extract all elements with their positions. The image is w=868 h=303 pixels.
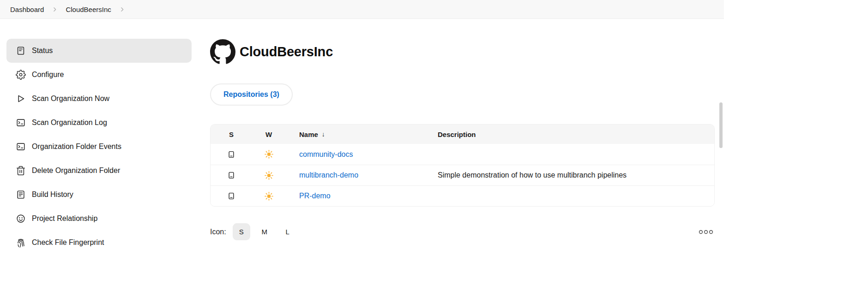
sidebar-item-scan-organization-now[interactable]: Scan Organization Now xyxy=(6,87,192,111)
page-layout: Status Configure Scan Organization xyxy=(0,19,724,255)
sidebar-item-delete-organization-folder[interactable]: Delete Organization Folder xyxy=(6,159,192,183)
fingerprint-icon xyxy=(16,238,26,248)
repository-link[interactable]: PR-demo xyxy=(299,192,331,200)
column-header-status[interactable]: S xyxy=(211,131,252,138)
main-content: CloudBeersInc Repositories (3) S W Name … xyxy=(210,39,715,240)
repository-link[interactable]: multibranch-demo xyxy=(299,171,358,179)
sort-descending-icon: ↓ xyxy=(322,131,325,138)
weather-sunny-icon xyxy=(252,149,285,159)
table-header: S W Name ↓ Description xyxy=(211,125,714,144)
sidebar-item-label: Check File Fingerprint xyxy=(32,238,104,247)
repository-link[interactable]: community-docs xyxy=(299,150,353,158)
repository-description: Simple demonstration of how to use multi… xyxy=(438,171,714,179)
terminal-icon xyxy=(16,118,26,128)
sidebar: Status Configure Scan Organization xyxy=(6,39,192,255)
breadcrumb-dashboard[interactable]: Dashboard xyxy=(10,6,44,13)
sidebar-item-label: Project Relationship xyxy=(32,214,97,223)
book-icon xyxy=(16,190,26,200)
chevron-right-icon[interactable] xyxy=(119,6,125,12)
sidebar-item-build-history[interactable]: Build History xyxy=(6,183,192,207)
gear-icon xyxy=(16,70,26,80)
sidebar-item-label: Delete Organization Folder xyxy=(32,166,120,175)
sidebar-item-label: Build History xyxy=(32,190,73,199)
sidebar-item-check-file-fingerprint[interactable]: Check File Fingerprint xyxy=(6,231,192,255)
sidebar-item-organization-folder-events[interactable]: Organization Folder Events xyxy=(6,135,192,159)
sidebar-item-label: Organization Folder Events xyxy=(32,143,121,151)
weather-sunny-icon xyxy=(252,171,285,180)
jenkins-page: Dashboard CloudBeersInc Status xyxy=(0,0,724,303)
icon-size-label: Icon: xyxy=(210,228,226,236)
sidebar-item-label: Configure xyxy=(32,71,64,79)
chevron-right-icon[interactable] xyxy=(52,6,58,12)
column-header-weather[interactable]: W xyxy=(252,131,285,138)
sidebar-item-configure[interactable]: Configure xyxy=(6,63,192,87)
column-header-name[interactable]: Name ↓ xyxy=(285,131,438,138)
repository-status-icon xyxy=(211,171,252,179)
scrollbar-thumb[interactable] xyxy=(719,102,723,148)
page-title: CloudBeersInc xyxy=(240,44,333,59)
tab-bar: Repositories (3) xyxy=(210,83,715,106)
table-row: PR-demo xyxy=(211,185,714,206)
sidebar-item-label: Scan Organization Now xyxy=(32,95,109,103)
repositories-table: S W Name ↓ Description xyxy=(210,124,715,207)
sidebar-item-label: Scan Organization Log xyxy=(32,119,107,127)
table-footer: Icon: S M L xyxy=(210,223,715,240)
tab-repositories[interactable]: Repositories (3) xyxy=(210,83,293,106)
sidebar-item-project-relationship[interactable]: Project Relationship xyxy=(6,207,192,231)
sidebar-item-label: Status xyxy=(32,47,53,55)
weather-sunny-icon xyxy=(252,191,285,201)
title-row: CloudBeersInc xyxy=(210,39,715,65)
icon-size-small-button[interactable]: S xyxy=(233,223,250,240)
repository-status-icon xyxy=(211,150,252,159)
journal-icon xyxy=(16,46,26,56)
sidebar-item-status[interactable]: Status xyxy=(6,39,192,63)
icon-size-medium-button[interactable]: M xyxy=(256,223,273,240)
breadcrumb: Dashboard CloudBeersInc xyxy=(0,0,724,19)
play-icon xyxy=(16,94,26,104)
breadcrumb-cloudbeersinc[interactable]: CloudBeersInc xyxy=(66,6,111,13)
sidebar-item-scan-organization-log[interactable]: Scan Organization Log xyxy=(6,111,192,135)
icon-size-large-button[interactable]: L xyxy=(279,223,296,240)
github-logo-icon xyxy=(210,39,235,65)
smiley-icon xyxy=(16,214,26,224)
table-row: community-docs xyxy=(211,144,714,165)
ellipsis-icon xyxy=(698,229,714,235)
column-header-name-label: Name xyxy=(299,131,318,138)
column-header-description: Description xyxy=(438,131,714,138)
overflow-menu-button[interactable] xyxy=(697,227,715,237)
terminal-icon xyxy=(16,142,26,152)
repository-status-icon xyxy=(211,192,252,200)
table-row: multibranch-demo Simple demonstration of… xyxy=(211,165,714,185)
trash-icon xyxy=(16,166,26,176)
